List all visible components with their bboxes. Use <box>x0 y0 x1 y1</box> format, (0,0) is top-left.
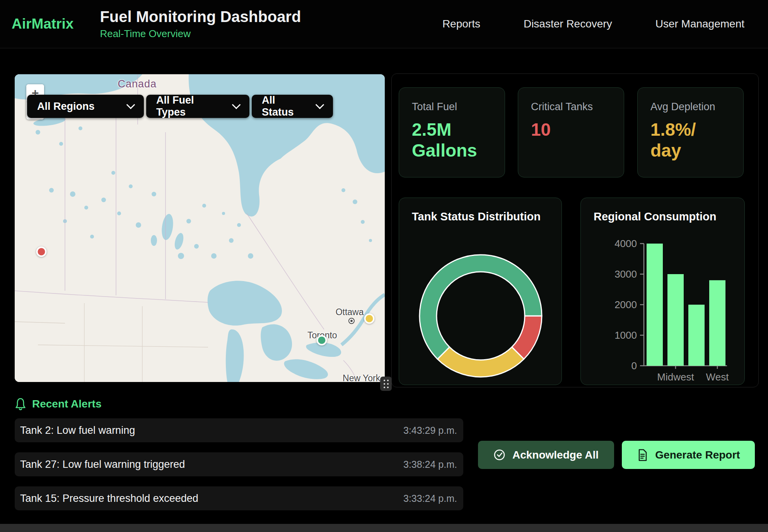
alert-timestamp: 3:38:24 p.m. <box>403 459 457 470</box>
generate-report-button[interactable]: Generate Report <box>622 441 755 469</box>
recent-alerts-label: Recent Alerts <box>32 398 101 410</box>
alert-timestamp: 3:33:24 p.m. <box>403 493 457 504</box>
regional-consumption-card: Regional Consumption 01000200030004000Mi… <box>580 198 745 385</box>
brand-logo: AirMatrix <box>12 16 73 32</box>
map-marker-warning[interactable] <box>364 314 374 324</box>
filter-all-status[interactable]: All Status <box>252 95 333 118</box>
filter-all-regions[interactable]: All Regions <box>27 95 144 118</box>
city-label-ottawa: Ottawa <box>336 307 364 317</box>
main-nav: ReportsDisaster RecoveryUser Management <box>442 18 768 30</box>
filter-label: All Fuel Types <box>156 94 224 118</box>
svg-text:0: 0 <box>631 360 637 372</box>
alert-message: Tank 27: Low fuel warning triggered <box>20 459 185 471</box>
nav-disaster-recovery[interactable]: Disaster Recovery <box>524 18 612 30</box>
svg-text:3000: 3000 <box>614 268 637 280</box>
tank-status-donut-chart <box>399 221 562 385</box>
map-marker-normal[interactable] <box>317 335 327 345</box>
dashboard-panel: Total Fuel2.5M GallonsCritical Tanks10Av… <box>391 73 759 387</box>
svg-text:2000: 2000 <box>614 299 637 310</box>
country-label-canada: Canada <box>118 78 157 90</box>
filter-label: All Status <box>262 94 307 118</box>
app-header: AirMatrix Fuel Monitoring Dashboard Real… <box>0 0 768 48</box>
title-block: Fuel Monitoring Dashboard Real-Time Over… <box>100 8 301 40</box>
alert-row-2: Tank 15: Pressure threshold exceeded3:33… <box>15 486 463 510</box>
regional-consumption-bar-chart: 01000200030004000MidwestWest <box>581 221 745 385</box>
alert-row-0: Tank 2: Low fuel warning3:43:29 p.m. <box>15 418 463 442</box>
acknowledge-all-label: Acknowledge All <box>512 449 599 461</box>
bar-2 <box>688 305 705 366</box>
alert-row-1: Tank 27: Low fuel warning triggered3:38:… <box>15 452 463 476</box>
alert-message: Tank 15: Pressure threshold exceeded <box>20 493 198 505</box>
donut-segment-warning <box>437 347 524 377</box>
stat-label: Total Fuel <box>412 101 505 113</box>
bar-0 <box>647 244 663 366</box>
stat-value: 2.5M Gallons <box>412 119 487 161</box>
stat-label: Critical Tanks <box>531 101 624 113</box>
check-circle-icon <box>493 449 505 461</box>
alert-timestamp: 3:43:29 p.m. <box>403 425 457 436</box>
bar-3 <box>709 280 725 366</box>
stat-card-avg-depletion: Avg Depletion1.8%/​day <box>637 87 744 177</box>
bell-icon <box>15 397 26 411</box>
stat-label: Avg Depletion <box>650 101 743 113</box>
map-filter-bar: All RegionsAll Fuel TypesAll Status <box>27 95 333 118</box>
stat-value: 1.8%/​day <box>650 119 726 161</box>
chevron-down-icon <box>126 101 135 109</box>
map-marker-critical[interactable] <box>36 247 46 257</box>
bar-1 <box>667 274 684 366</box>
page-title: Fuel Monitoring Dashboard <box>100 8 301 25</box>
nav-user-management[interactable]: User Management <box>655 18 744 30</box>
filter-all-fuel-types[interactable]: All Fuel Types <box>146 95 249 118</box>
chevron-down-icon <box>232 101 241 109</box>
acknowledge-all-button[interactable]: Acknowledge All <box>478 441 614 469</box>
tank-status-card: Tank Status Distribution <box>399 198 562 385</box>
stat-value: 10 <box>531 119 606 140</box>
svg-text:4000: 4000 <box>614 238 637 249</box>
capital-city-icon <box>348 318 355 324</box>
chevron-down-icon <box>316 101 324 109</box>
stat-card-total-fuel: Total Fuel2.5M Gallons <box>399 87 505 177</box>
city-label-new-york: New York <box>343 373 380 382</box>
page-subtitle: Real-Time Overview <box>100 28 301 40</box>
fuel-map-panel[interactable]: + − All RegionsAll Fuel TypesAll Status … <box>15 74 385 382</box>
filter-label: All Regions <box>37 101 95 113</box>
svg-text:West: West <box>706 371 729 383</box>
report-document-icon <box>637 448 648 462</box>
map-resize-handle[interactable] <box>380 377 392 391</box>
svg-text:Midwest: Midwest <box>657 371 694 383</box>
recent-alerts-heading: Recent Alerts <box>15 397 101 411</box>
svg-text:1000: 1000 <box>614 329 637 341</box>
bottom-bar <box>0 524 768 532</box>
generate-report-label: Generate Report <box>655 449 740 461</box>
stat-card-critical-tanks: Critical Tanks10 <box>518 87 624 177</box>
nav-reports[interactable]: Reports <box>442 18 480 30</box>
alert-message: Tank 2: Low fuel warning <box>20 425 135 437</box>
